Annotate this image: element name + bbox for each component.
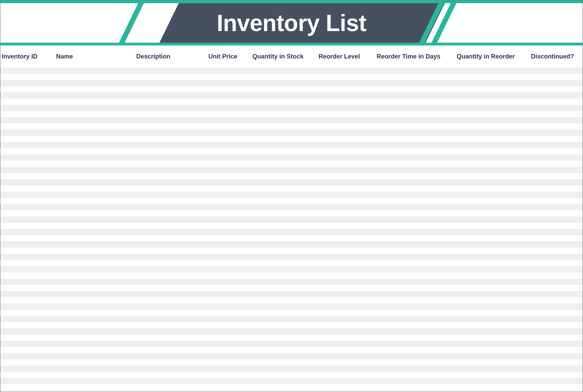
- table-row: [0, 117, 582, 124]
- table-row: [0, 192, 582, 198]
- page-title: Inventory List: [0, 3, 582, 43]
- table-row: [0, 111, 582, 117]
- table-row: [0, 322, 582, 328]
- table-row: [0, 235, 582, 241]
- table-row: [0, 167, 582, 173]
- table-row: [0, 297, 582, 304]
- table-row: [0, 279, 582, 285]
- table-row: [0, 80, 582, 86]
- col-header-description: Description: [136, 53, 208, 60]
- table-row: [0, 372, 582, 378]
- banner-bottom-accent: [0, 43, 582, 46]
- col-header-reorder-time: Reorder Time in Days: [376, 53, 456, 60]
- table-row: [0, 304, 582, 310]
- table-row: [0, 74, 582, 80]
- table-row: [0, 347, 582, 353]
- table-row: [0, 334, 582, 341]
- table-row: [0, 266, 582, 272]
- table-row: [0, 173, 582, 179]
- table-row: [0, 198, 582, 204]
- col-header-reorder-level: Reorder Level: [318, 53, 376, 60]
- table-row: [0, 229, 582, 235]
- table-row: [0, 68, 582, 74]
- table-row: [0, 223, 582, 229]
- banner-top-accent: [0, 0, 582, 3]
- table-row: [0, 179, 582, 186]
- table-row: [0, 285, 582, 291]
- table-header-row: Inventory ID Name Description Unit Price…: [0, 46, 582, 68]
- table-row: [0, 210, 582, 216]
- table-row: [0, 130, 582, 136]
- col-header-inventory-id: Inventory ID: [1, 53, 55, 60]
- table-row: [0, 316, 582, 322]
- banner-main: Inventory List: [0, 3, 582, 43]
- table-row: [0, 148, 582, 154]
- table-row: [0, 142, 582, 148]
- col-header-qty-in-stock: Quantity in Stock: [252, 53, 318, 60]
- table-row: [0, 161, 582, 167]
- table-row: [0, 136, 582, 142]
- table-row: [0, 384, 582, 390]
- page-banner: Inventory List: [0, 0, 582, 46]
- table-row: [0, 92, 582, 98]
- table-row: [0, 154, 582, 161]
- table-row: [0, 359, 582, 366]
- table-row: [0, 254, 582, 260]
- table-row: [0, 216, 582, 223]
- table-row: [0, 328, 582, 334]
- col-header-unit-price: Unit Price: [208, 53, 252, 60]
- table-body: [0, 68, 582, 390]
- table-row: [0, 378, 582, 384]
- table-row: [0, 241, 582, 248]
- table-row: [0, 98, 582, 105]
- table-row: [0, 353, 582, 359]
- table-row: [0, 291, 582, 297]
- table-row: [0, 186, 582, 192]
- table-row: [0, 204, 582, 210]
- col-header-discontinued: Discontinued?: [530, 53, 582, 60]
- col-header-qty-in-reorder: Quantity in Reorder: [456, 53, 530, 60]
- table-row: [0, 341, 582, 347]
- table-row: [0, 248, 582, 254]
- table-row: [0, 366, 582, 372]
- table-row: [0, 105, 582, 111]
- table-row: [0, 310, 582, 316]
- table-row: [0, 260, 582, 266]
- col-header-name: Name: [55, 53, 136, 60]
- table-row: [0, 272, 582, 279]
- table-row: [0, 86, 582, 92]
- table-row: [0, 124, 582, 130]
